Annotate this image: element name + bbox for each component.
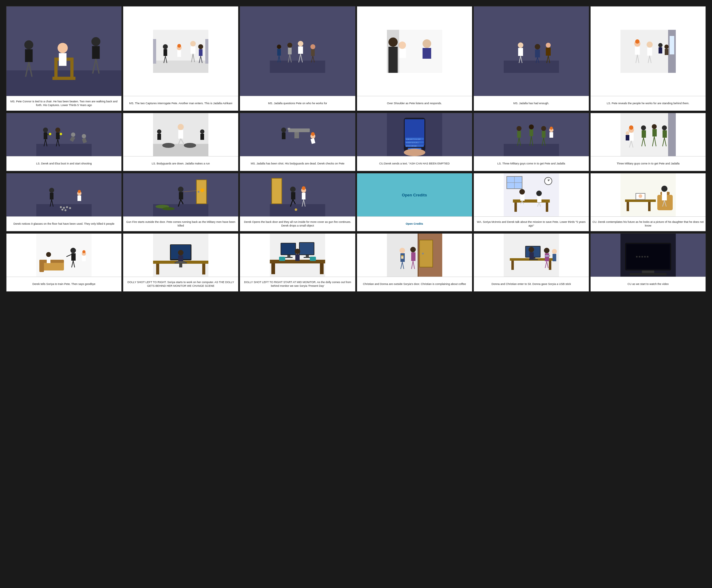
scene-r2c3 xyxy=(240,113,355,156)
svg-rect-292 xyxy=(295,254,300,261)
scene-r1c1 xyxy=(6,6,122,96)
cell-r2c5: LS. Three Military guys come in to get P… xyxy=(474,113,589,171)
svg-point-18 xyxy=(163,44,168,49)
scene-r1c3 xyxy=(240,6,355,96)
caption-r4c4: Christian and Donna are outside Soryia's… xyxy=(357,277,472,291)
cell-r3c5: WA. Soriya McInnis and Derek talk about … xyxy=(474,173,589,231)
svg-rect-159 xyxy=(668,113,676,156)
svg-point-67 xyxy=(535,44,540,49)
svg-point-37 xyxy=(277,45,281,49)
svg-rect-60 xyxy=(388,47,397,73)
svg-rect-210 xyxy=(272,178,281,204)
svg-point-177 xyxy=(626,131,629,135)
caption-r3c5: WA. Soriya McInnis and Derek talk about … xyxy=(474,216,589,231)
svg-point-245 xyxy=(661,186,667,192)
scene-r3c5 xyxy=(474,173,589,216)
svg-point-12 xyxy=(91,37,100,46)
svg-point-156 xyxy=(550,127,553,130)
svg-rect-122 xyxy=(295,132,299,138)
svg-point-116 xyxy=(157,129,161,134)
svg-point-41 xyxy=(287,43,292,48)
svg-point-140 xyxy=(404,149,425,156)
svg-rect-282 xyxy=(281,244,295,254)
svg-rect-212 xyxy=(291,192,295,200)
svg-rect-226 xyxy=(514,203,517,212)
svg-point-78 xyxy=(658,43,663,47)
caption-r1c6: LS. Pete reveals the people he works for… xyxy=(590,96,706,111)
svg-rect-295 xyxy=(417,234,418,277)
svg-point-191 xyxy=(69,207,71,209)
svg-rect-142 xyxy=(504,144,559,156)
svg-point-8 xyxy=(24,40,33,49)
caption-r2c1: LS. Derek and Elsa bust in and start sho… xyxy=(6,156,122,171)
svg-point-98 xyxy=(55,128,60,132)
svg-rect-229 xyxy=(520,194,524,201)
svg-point-192 xyxy=(62,209,63,211)
svg-point-250 xyxy=(639,194,642,198)
svg-rect-318 xyxy=(530,252,534,259)
svg-rect-200 xyxy=(179,192,183,200)
svg-point-54 xyxy=(398,42,406,49)
svg-rect-17 xyxy=(153,61,208,73)
cell-r2c3: MS. Jadalla has been shot. His bodyguard… xyxy=(240,113,355,171)
svg-rect-316 xyxy=(529,259,538,260)
svg-point-49 xyxy=(310,44,315,49)
svg-rect-170 xyxy=(652,129,657,136)
svg-rect-9 xyxy=(25,49,33,62)
svg-rect-119 xyxy=(200,134,204,140)
svg-rect-268 xyxy=(202,264,205,274)
svg-rect-24 xyxy=(177,50,181,57)
cell-r4c6: ■ ■ ■ ■ ■ CU as we start to watch the vi… xyxy=(590,233,706,292)
svg-point-93 xyxy=(43,128,48,132)
svg-rect-311 xyxy=(511,261,514,270)
caption-r1c5: MS. Jadalla has had enough. xyxy=(474,96,589,111)
svg-rect-123 xyxy=(288,128,290,130)
row-3: Derek notices 9 glasses on the floor hat… xyxy=(6,173,706,231)
cell-r4c3: DOLLY SHOT LEFT TO RIGHT START AT MID MO… xyxy=(240,233,355,292)
cell-r4c4: Christian and Donna are outside Soryia's… xyxy=(357,233,472,292)
svg-text:Z X C V B N M: Z X C V B N M xyxy=(406,145,416,147)
svg-point-216 xyxy=(302,186,305,190)
svg-point-127 xyxy=(311,132,315,136)
svg-point-273 xyxy=(178,250,184,255)
svg-point-147 xyxy=(529,125,534,129)
svg-rect-77 xyxy=(670,36,674,55)
svg-rect-182 xyxy=(50,193,53,200)
svg-rect-320 xyxy=(545,253,549,261)
svg-rect-256 xyxy=(47,257,50,263)
scene-r2c5 xyxy=(474,113,589,156)
svg-point-198 xyxy=(198,191,199,193)
svg-point-190 xyxy=(66,206,68,208)
scene-r3c1 xyxy=(6,173,122,216)
svg-rect-243 xyxy=(627,202,629,211)
row-1: MS. Pete Connor is tied to a chair. He h… xyxy=(6,6,706,111)
svg-rect-121 xyxy=(288,128,310,132)
caption-r1c4: Over Shoulder as Pete listens and respon… xyxy=(357,96,472,111)
cell-r4c5: Donna and Christian enter to Sit. Donna … xyxy=(474,233,589,292)
svg-rect-148 xyxy=(530,129,533,136)
svg-rect-244 xyxy=(648,202,650,211)
cell-r3c3: Derek Opens the back door and they all r… xyxy=(240,173,355,231)
svg-rect-113 xyxy=(178,130,183,139)
svg-point-186 xyxy=(78,190,81,193)
svg-point-111 xyxy=(184,143,196,148)
svg-point-169 xyxy=(652,124,657,129)
cell-r3c2: Gun Fire starts outside the door. Pete c… xyxy=(123,173,238,231)
svg-point-257 xyxy=(70,248,76,253)
svg-rect-166 xyxy=(642,130,646,138)
svg-point-110 xyxy=(162,143,175,148)
svg-rect-19 xyxy=(164,49,167,56)
caption-r1c2: MS. The two Captures interrogate Pete. A… xyxy=(123,96,238,111)
svg-point-151 xyxy=(541,126,546,131)
svg-rect-326 xyxy=(553,254,556,261)
svg-rect-324 xyxy=(549,255,550,256)
open-credits-label: Open Credits xyxy=(402,193,427,197)
scene-r4c5 xyxy=(474,234,589,277)
svg-point-56 xyxy=(423,39,431,48)
svg-rect-7 xyxy=(59,53,66,66)
svg-rect-275 xyxy=(176,261,185,263)
scene-r3c6 xyxy=(590,173,706,216)
cell-r2c4: Q W E R T Y U I O P A S D F G H J K L Z … xyxy=(357,113,472,171)
svg-rect-79 xyxy=(659,47,662,54)
svg-rect-174 xyxy=(663,130,667,138)
